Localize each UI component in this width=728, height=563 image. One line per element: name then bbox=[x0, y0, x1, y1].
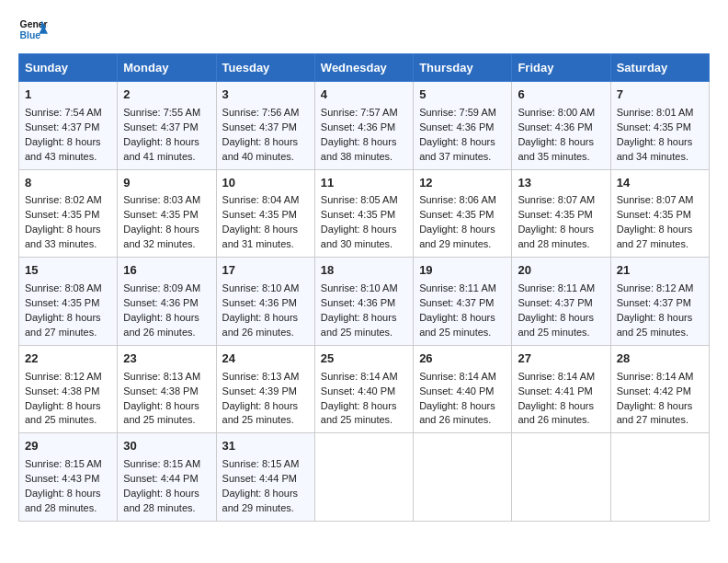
sunset: Sunset: 4:42 PM bbox=[617, 385, 691, 396]
day-number: 22 bbox=[25, 350, 111, 368]
daylight: Daylight: 8 hours and 43 minutes. bbox=[25, 136, 101, 162]
calendar-cell bbox=[610, 433, 709, 522]
sunrise: Sunrise: 8:05 AM bbox=[321, 194, 398, 205]
calendar-cell bbox=[414, 433, 512, 522]
day-number: 9 bbox=[123, 175, 210, 192]
sunset: Sunset: 4:35 PM bbox=[321, 209, 395, 220]
day-number: 12 bbox=[419, 175, 506, 192]
daylight: Daylight: 8 hours and 27 minutes. bbox=[617, 400, 693, 426]
calendar-cell: 10Sunrise: 8:04 AMSunset: 4:35 PMDayligh… bbox=[216, 169, 314, 258]
sunset: Sunset: 4:36 PM bbox=[321, 297, 395, 308]
day-number: 26 bbox=[419, 350, 506, 368]
daylight: Daylight: 8 hours and 25 minutes. bbox=[321, 400, 397, 426]
calendar-cell: 29Sunrise: 8:15 AMSunset: 4:43 PMDayligh… bbox=[19, 433, 118, 522]
sunrise: Sunrise: 8:15 AM bbox=[123, 458, 200, 469]
daylight: Daylight: 8 hours and 27 minutes. bbox=[617, 224, 693, 249]
sunset: Sunset: 4:35 PM bbox=[419, 209, 494, 220]
day-header-wednesday: Wednesday bbox=[314, 54, 413, 82]
daylight: Daylight: 8 hours and 26 minutes. bbox=[123, 312, 199, 338]
sunrise: Sunrise: 8:13 AM bbox=[222, 371, 300, 382]
sunset: Sunset: 4:35 PM bbox=[222, 209, 297, 220]
sunrise: Sunrise: 8:11 AM bbox=[518, 282, 595, 293]
day-number: 30 bbox=[123, 438, 210, 455]
day-header-thursday: Thursday bbox=[414, 54, 512, 82]
day-number: 24 bbox=[222, 350, 309, 368]
sunrise: Sunrise: 8:09 AM bbox=[123, 282, 200, 293]
sunrise: Sunrise: 7:57 AM bbox=[321, 107, 398, 118]
calendar-cell: 5Sunrise: 7:59 AMSunset: 4:36 PMDaylight… bbox=[414, 82, 512, 170]
sunset: Sunset: 4:35 PM bbox=[123, 209, 198, 220]
daylight: Daylight: 8 hours and 25 minutes. bbox=[419, 312, 495, 338]
sunset: Sunset: 4:35 PM bbox=[25, 297, 99, 308]
sunrise: Sunrise: 8:14 AM bbox=[617, 371, 694, 382]
sunset: Sunset: 4:37 PM bbox=[123, 121, 198, 132]
day-number: 4 bbox=[321, 86, 407, 104]
sunset: Sunset: 4:35 PM bbox=[518, 209, 592, 220]
sunrise: Sunrise: 8:15 AM bbox=[25, 458, 102, 469]
daylight: Daylight: 8 hours and 25 minutes. bbox=[617, 312, 693, 338]
calendar-cell bbox=[314, 433, 413, 522]
day-header-saturday: Saturday bbox=[610, 54, 709, 82]
daylight: Daylight: 8 hours and 25 minutes. bbox=[222, 400, 299, 426]
day-number: 17 bbox=[222, 262, 309, 280]
calendar-cell: 8Sunrise: 8:02 AMSunset: 4:35 PMDaylight… bbox=[19, 169, 118, 258]
sunrise: Sunrise: 8:13 AM bbox=[123, 371, 200, 382]
daylight: Daylight: 8 hours and 27 minutes. bbox=[25, 312, 101, 338]
week-row-3: 15Sunrise: 8:08 AMSunset: 4:35 PMDayligh… bbox=[19, 258, 710, 346]
calendar-cell: 26Sunrise: 8:14 AMSunset: 4:40 PMDayligh… bbox=[414, 345, 512, 433]
daylight: Daylight: 8 hours and 30 minutes. bbox=[321, 224, 397, 249]
svg-text:Blue: Blue bbox=[20, 30, 41, 40]
daylight: Daylight: 8 hours and 28 minutes. bbox=[518, 224, 594, 249]
calendar-cell: 19Sunrise: 8:11 AMSunset: 4:37 PMDayligh… bbox=[414, 258, 512, 346]
sunset: Sunset: 4:35 PM bbox=[617, 209, 691, 220]
calendar-cell bbox=[512, 433, 610, 522]
day-number: 31 bbox=[222, 438, 309, 455]
sunrise: Sunrise: 8:02 AM bbox=[25, 194, 102, 205]
day-header-tuesday: Tuesday bbox=[216, 54, 314, 82]
sunset: Sunset: 4:38 PM bbox=[25, 385, 99, 396]
sunrise: Sunrise: 8:14 AM bbox=[321, 371, 398, 382]
calendar-cell: 11Sunrise: 8:05 AMSunset: 4:35 PMDayligh… bbox=[314, 169, 413, 258]
day-number: 10 bbox=[222, 175, 309, 192]
day-number: 8 bbox=[25, 175, 111, 192]
daylight: Daylight: 8 hours and 40 minutes. bbox=[222, 136, 299, 162]
week-row-2: 8Sunrise: 8:02 AMSunset: 4:35 PMDaylight… bbox=[19, 169, 710, 258]
calendar-cell: 24Sunrise: 8:13 AMSunset: 4:39 PMDayligh… bbox=[216, 345, 314, 433]
daylight: Daylight: 8 hours and 25 minutes. bbox=[123, 400, 199, 426]
sunrise: Sunrise: 8:12 AM bbox=[25, 371, 102, 382]
sunrise: Sunrise: 8:00 AM bbox=[518, 107, 595, 118]
sunrise: Sunrise: 8:15 AM bbox=[222, 458, 300, 469]
day-number: 3 bbox=[222, 86, 309, 104]
day-number: 7 bbox=[617, 86, 703, 104]
sunrise: Sunrise: 8:06 AM bbox=[419, 194, 496, 205]
day-number: 1 bbox=[25, 86, 111, 104]
calendar-cell: 25Sunrise: 8:14 AMSunset: 4:40 PMDayligh… bbox=[314, 345, 413, 433]
day-number: 20 bbox=[518, 262, 604, 280]
day-number: 19 bbox=[419, 262, 506, 280]
day-header-sunday: Sunday bbox=[19, 54, 118, 82]
calendar-cell: 14Sunrise: 8:07 AMSunset: 4:35 PMDayligh… bbox=[610, 169, 709, 258]
sunset: Sunset: 4:36 PM bbox=[222, 297, 297, 308]
daylight: Daylight: 8 hours and 26 minutes. bbox=[419, 400, 495, 426]
daylight: Daylight: 8 hours and 29 minutes. bbox=[419, 224, 495, 249]
sunset: Sunset: 4:35 PM bbox=[25, 209, 99, 220]
calendar-cell: 12Sunrise: 8:06 AMSunset: 4:35 PMDayligh… bbox=[414, 169, 512, 258]
daylight: Daylight: 8 hours and 34 minutes. bbox=[617, 136, 693, 162]
daylight: Daylight: 8 hours and 25 minutes. bbox=[321, 312, 397, 338]
sunset: Sunset: 4:37 PM bbox=[419, 297, 494, 308]
sunset: Sunset: 4:44 PM bbox=[222, 473, 297, 484]
calendar-cell: 20Sunrise: 8:11 AMSunset: 4:37 PMDayligh… bbox=[512, 258, 610, 346]
sunset: Sunset: 4:36 PM bbox=[123, 297, 198, 308]
calendar-cell: 21Sunrise: 8:12 AMSunset: 4:37 PMDayligh… bbox=[610, 258, 709, 346]
page-header: General Blue bbox=[18, 15, 710, 44]
calendar-cell: 9Sunrise: 8:03 AMSunset: 4:35 PMDaylight… bbox=[118, 169, 216, 258]
calendar-cell: 27Sunrise: 8:14 AMSunset: 4:41 PMDayligh… bbox=[512, 345, 610, 433]
day-number: 16 bbox=[123, 262, 210, 280]
day-number: 13 bbox=[518, 175, 604, 192]
calendar-cell: 15Sunrise: 8:08 AMSunset: 4:35 PMDayligh… bbox=[19, 258, 118, 346]
day-number: 6 bbox=[518, 86, 604, 104]
daylight: Daylight: 8 hours and 37 minutes. bbox=[419, 136, 495, 162]
calendar-cell: 1Sunrise: 7:54 AMSunset: 4:37 PMDaylight… bbox=[19, 82, 118, 170]
daylight: Daylight: 8 hours and 35 minutes. bbox=[518, 136, 594, 162]
calendar-cell: 23Sunrise: 8:13 AMSunset: 4:38 PMDayligh… bbox=[118, 345, 216, 433]
